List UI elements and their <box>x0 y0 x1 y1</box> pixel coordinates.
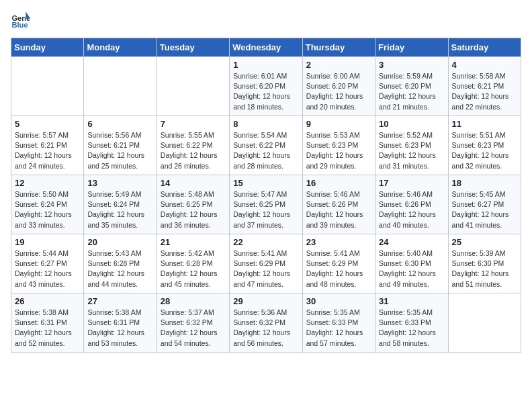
weekday-header-sunday: Sunday <box>11 38 84 57</box>
day-info: Sunrise: 5:39 AM Sunset: 6:30 PM Dayligh… <box>452 249 509 288</box>
day-number: 28 <box>161 296 226 306</box>
day-info: Sunrise: 5:45 AM Sunset: 6:27 PM Dayligh… <box>452 190 509 229</box>
calendar-table: SundayMondayTuesdayWednesdayThursdayFrid… <box>11 38 521 353</box>
calendar-cell: 22Sunrise: 5:41 AM Sunset: 6:29 PM Dayli… <box>230 234 302 293</box>
day-info: Sunrise: 5:50 AM Sunset: 6:24 PM Dayligh… <box>15 190 72 229</box>
calendar-cell: 3Sunrise: 5:59 AM Sunset: 6:20 PM Daylig… <box>375 57 448 116</box>
day-number: 13 <box>87 178 152 188</box>
calendar-cell: 15Sunrise: 5:47 AM Sunset: 6:25 PM Dayli… <box>230 175 302 234</box>
day-number: 7 <box>161 119 226 129</box>
day-info: Sunrise: 5:35 AM Sunset: 6:33 PM Dayligh… <box>306 308 363 347</box>
logo-icon: General Blue <box>11 11 30 30</box>
day-info: Sunrise: 5:56 AM Sunset: 6:21 PM Dayligh… <box>87 131 144 170</box>
day-info: Sunrise: 5:36 AM Sunset: 6:32 PM Dayligh… <box>233 308 290 347</box>
calendar-cell: 29Sunrise: 5:36 AM Sunset: 6:32 PM Dayli… <box>230 293 302 353</box>
day-info: Sunrise: 5:44 AM Sunset: 6:27 PM Dayligh… <box>15 249 72 288</box>
calendar-cell: 26Sunrise: 5:38 AM Sunset: 6:31 PM Dayli… <box>11 293 84 353</box>
calendar-cell: 14Sunrise: 5:48 AM Sunset: 6:25 PM Dayli… <box>157 175 229 234</box>
weekday-header-friday: Friday <box>375 38 448 57</box>
calendar-week-row: 1Sunrise: 6:01 AM Sunset: 6:20 PM Daylig… <box>11 57 521 116</box>
calendar-cell: 10Sunrise: 5:52 AM Sunset: 6:23 PM Dayli… <box>375 116 448 175</box>
day-info: Sunrise: 5:58 AM Sunset: 6:21 PM Dayligh… <box>452 72 509 111</box>
day-number: 19 <box>15 237 80 247</box>
day-number: 6 <box>87 119 152 129</box>
calendar-cell <box>11 57 84 116</box>
day-number: 8 <box>233 119 298 129</box>
page-header: General Blue <box>11 11 521 30</box>
day-info: Sunrise: 5:38 AM Sunset: 6:31 PM Dayligh… <box>15 308 72 347</box>
weekday-header-thursday: Thursday <box>302 38 375 57</box>
day-number: 16 <box>306 178 371 188</box>
calendar-week-row: 5Sunrise: 5:57 AM Sunset: 6:21 PM Daylig… <box>11 116 521 175</box>
day-info: Sunrise: 5:51 AM Sunset: 6:23 PM Dayligh… <box>452 131 509 170</box>
calendar-cell <box>448 293 521 353</box>
day-number: 9 <box>306 119 371 129</box>
day-info: Sunrise: 5:53 AM Sunset: 6:23 PM Dayligh… <box>306 131 363 170</box>
calendar-header: SundayMondayTuesdayWednesdayThursdayFrid… <box>11 38 521 57</box>
calendar-cell: 4Sunrise: 5:58 AM Sunset: 6:21 PM Daylig… <box>448 57 521 116</box>
calendar-cell: 18Sunrise: 5:45 AM Sunset: 6:27 PM Dayli… <box>448 175 521 234</box>
calendar-cell: 7Sunrise: 5:55 AM Sunset: 6:22 PM Daylig… <box>157 116 229 175</box>
day-info: Sunrise: 5:35 AM Sunset: 6:33 PM Dayligh… <box>379 308 436 347</box>
day-number: 4 <box>452 60 517 70</box>
calendar-cell: 5Sunrise: 5:57 AM Sunset: 6:21 PM Daylig… <box>11 116 84 175</box>
calendar-cell: 9Sunrise: 5:53 AM Sunset: 6:23 PM Daylig… <box>302 116 375 175</box>
day-info: Sunrise: 5:41 AM Sunset: 6:29 PM Dayligh… <box>233 249 290 288</box>
day-number: 20 <box>87 237 152 247</box>
day-info: Sunrise: 5:48 AM Sunset: 6:25 PM Dayligh… <box>161 190 218 229</box>
calendar-cell: 27Sunrise: 5:38 AM Sunset: 6:31 PM Dayli… <box>84 293 157 353</box>
day-info: Sunrise: 5:41 AM Sunset: 6:29 PM Dayligh… <box>306 249 363 288</box>
calendar-body: 1Sunrise: 6:01 AM Sunset: 6:20 PM Daylig… <box>11 57 521 353</box>
day-number: 5 <box>15 119 80 129</box>
day-number: 12 <box>15 178 80 188</box>
calendar-cell <box>84 57 157 116</box>
day-number: 25 <box>452 237 517 247</box>
day-info: Sunrise: 5:47 AM Sunset: 6:25 PM Dayligh… <box>233 190 290 229</box>
day-info: Sunrise: 5:54 AM Sunset: 6:22 PM Dayligh… <box>233 131 290 170</box>
weekday-header-monday: Monday <box>84 38 157 57</box>
calendar-cell: 8Sunrise: 5:54 AM Sunset: 6:22 PM Daylig… <box>230 116 302 175</box>
calendar-cell <box>157 57 229 116</box>
day-info: Sunrise: 5:37 AM Sunset: 6:32 PM Dayligh… <box>161 308 218 347</box>
day-number: 17 <box>379 178 444 188</box>
calendar-week-row: 12Sunrise: 5:50 AM Sunset: 6:24 PM Dayli… <box>11 175 521 234</box>
calendar-cell: 2Sunrise: 6:00 AM Sunset: 6:20 PM Daylig… <box>302 57 375 116</box>
day-number: 3 <box>379 60 444 70</box>
calendar-cell: 6Sunrise: 5:56 AM Sunset: 6:21 PM Daylig… <box>84 116 157 175</box>
day-number: 15 <box>233 178 298 188</box>
day-number: 10 <box>379 119 444 129</box>
svg-text:Blue: Blue <box>11 21 28 29</box>
calendar-cell: 28Sunrise: 5:37 AM Sunset: 6:32 PM Dayli… <box>157 293 229 353</box>
day-info: Sunrise: 5:57 AM Sunset: 6:21 PM Dayligh… <box>15 131 72 170</box>
weekday-header-row: SundayMondayTuesdayWednesdayThursdayFrid… <box>11 38 521 57</box>
day-info: Sunrise: 5:38 AM Sunset: 6:31 PM Dayligh… <box>87 308 144 347</box>
day-number: 22 <box>233 237 298 247</box>
day-info: Sunrise: 5:52 AM Sunset: 6:23 PM Dayligh… <box>379 131 436 170</box>
calendar-cell: 30Sunrise: 5:35 AM Sunset: 6:33 PM Dayli… <box>302 293 375 353</box>
day-number: 18 <box>452 178 517 188</box>
calendar-cell: 16Sunrise: 5:46 AM Sunset: 6:26 PM Dayli… <box>302 175 375 234</box>
day-number: 31 <box>379 296 444 306</box>
day-number: 26 <box>15 296 80 306</box>
calendar-cell: 12Sunrise: 5:50 AM Sunset: 6:24 PM Dayli… <box>11 175 84 234</box>
day-number: 2 <box>306 60 371 70</box>
day-number: 21 <box>161 237 226 247</box>
calendar-cell: 17Sunrise: 5:46 AM Sunset: 6:26 PM Dayli… <box>375 175 448 234</box>
calendar-cell: 13Sunrise: 5:49 AM Sunset: 6:24 PM Dayli… <box>84 175 157 234</box>
calendar-cell: 25Sunrise: 5:39 AM Sunset: 6:30 PM Dayli… <box>448 234 521 293</box>
logo: General Blue <box>11 11 32 30</box>
calendar-cell: 1Sunrise: 6:01 AM Sunset: 6:20 PM Daylig… <box>230 57 302 116</box>
day-number: 1 <box>233 60 298 70</box>
day-info: Sunrise: 5:40 AM Sunset: 6:30 PM Dayligh… <box>379 249 436 288</box>
day-info: Sunrise: 5:42 AM Sunset: 6:28 PM Dayligh… <box>161 249 218 288</box>
day-number: 23 <box>306 237 371 247</box>
day-number: 24 <box>379 237 444 247</box>
day-info: Sunrise: 6:00 AM Sunset: 6:20 PM Dayligh… <box>306 72 363 111</box>
day-number: 29 <box>233 296 298 306</box>
day-info: Sunrise: 6:01 AM Sunset: 6:20 PM Dayligh… <box>233 72 290 111</box>
day-number: 30 <box>306 296 371 306</box>
calendar-cell: 20Sunrise: 5:43 AM Sunset: 6:28 PM Dayli… <box>84 234 157 293</box>
weekday-header-saturday: Saturday <box>448 38 521 57</box>
day-info: Sunrise: 5:49 AM Sunset: 6:24 PM Dayligh… <box>87 190 144 229</box>
calendar-cell: 11Sunrise: 5:51 AM Sunset: 6:23 PM Dayli… <box>448 116 521 175</box>
